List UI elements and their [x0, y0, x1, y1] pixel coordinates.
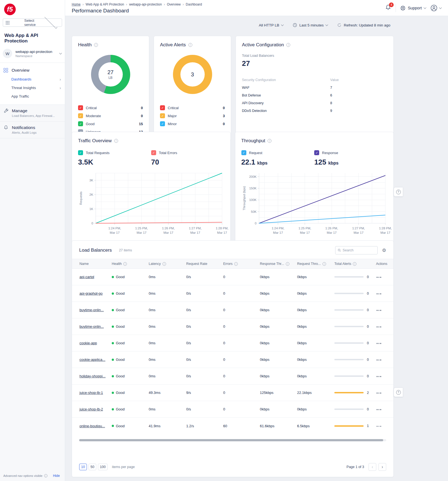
total-lb-label: Total Load Balancers	[242, 54, 387, 58]
per-page-100-button[interactable]: 100	[98, 464, 108, 470]
svg-text:200K: 200K	[249, 175, 257, 178]
page-info: Page 1 of 3	[346, 465, 364, 469]
legend-checkbox[interactable]: ✓	[160, 121, 165, 126]
support-menu[interactable]: Support	[400, 6, 426, 11]
chevron-right-icon: ›	[183, 2, 184, 6]
lb-name-link[interactable]: juice-shop-lb-2	[79, 407, 103, 411]
user-menu[interactable]	[430, 4, 441, 12]
sidebar-item-overview[interactable]: Overview	[0, 67, 65, 75]
lb-name-link[interactable]: buytime-onlin...	[79, 308, 104, 312]
refresh-button[interactable]: Refresh: Updated 8 min ago	[337, 23, 390, 27]
svg-text:1:27 PM,: 1:27 PM,	[189, 227, 202, 230]
info-icon[interactable]: i	[114, 139, 118, 143]
row-actions-button[interactable]	[376, 358, 382, 362]
lb-name-link[interactable]: holiday-shoppi...	[79, 374, 106, 378]
per-page-label: items per page	[112, 465, 135, 469]
breadcrumb: Home › Web App & API Protection › webapp…	[72, 2, 202, 6]
sidebar-item-dashboards[interactable]: Dashboards ›	[0, 75, 65, 84]
total-requests-checkbox[interactable]: ✓	[78, 150, 83, 155]
security-configuration-table: Security Configuration Value WAF7Bot Def…	[242, 76, 387, 115]
overview-section: Overview Dashboards › Threat Insights › …	[0, 63, 65, 104]
total-errors-checkbox[interactable]: ✓	[151, 150, 156, 155]
namespace-selector[interactable]: W webapp-api-protection Namespace	[0, 45, 65, 63]
breadcrumb-home[interactable]: Home	[72, 2, 81, 6]
info-icon[interactable]: i	[123, 262, 127, 266]
help-panel-button[interactable]: ?	[394, 187, 403, 197]
search-input[interactable]	[343, 248, 375, 252]
table-settings-gear-icon[interactable]: ⚙	[382, 248, 386, 253]
throughput-title: Throughput	[241, 138, 265, 144]
per-page-50-button[interactable]: 50	[89, 464, 96, 470]
request-throughput-stat: ✓ Request 22.1 kbps	[241, 150, 314, 166]
info-icon[interactable]: i	[286, 262, 289, 266]
lb-name-link[interactable]: api-cartql	[79, 275, 94, 279]
info-icon[interactable]: i	[94, 43, 98, 47]
time-range-dropdown[interactable]: Last 5 minutes	[293, 23, 328, 27]
breadcrumb-item[interactable]: Overview	[167, 2, 181, 6]
lb-name-link[interactable]: juice-shop-lb-1	[79, 391, 103, 395]
prev-page-button[interactable]: ‹	[369, 463, 376, 471]
next-page-button[interactable]: ›	[378, 463, 386, 471]
sidebar-item-threat-insights[interactable]: Threat Insights ›	[0, 84, 65, 92]
traffic-overview-card: Traffic Overview i ✓ Total Requests 3.5K	[72, 132, 231, 244]
f5-logo-icon[interactable]: f5	[4, 4, 16, 15]
legend-checkbox[interactable]: ✓	[78, 105, 83, 110]
legend-checkbox[interactable]: ✓	[78, 113, 83, 118]
lb-name-link[interactable]: cookie-app	[79, 341, 97, 345]
active-alerts-card: Active Alerts i 3 ✓Critical0✓Major3✓Mino…	[154, 36, 231, 141]
lb-selector-dropdown[interactable]: All HTTP LB	[259, 23, 283, 27]
response-throughput-cell: 0kbps	[260, 291, 297, 295]
traffic-chart: 01K2K3K1:24 PM,Mar 171:25 PM,Mar 171:26 …	[78, 170, 224, 237]
health-card: Health i 27 LB ✓Critical0✓Moderate0✓Good…	[72, 36, 149, 141]
legend-checkbox[interactable]: ✓	[160, 105, 165, 110]
scrollbar-thumb[interactable]	[79, 439, 383, 441]
breadcrumb-item[interactable]: webapp-api-protection	[129, 2, 162, 6]
info-icon[interactable]: i	[322, 262, 326, 266]
lb-name-link[interactable]: buytime-onlin...	[79, 324, 104, 329]
row-actions-button[interactable]	[376, 341, 382, 346]
select-service-dropdown[interactable]: Select service	[3, 18, 62, 27]
info-icon[interactable]: i	[268, 139, 271, 143]
row-actions-button[interactable]	[376, 374, 382, 379]
request-throughput-cell: 0kbps	[297, 324, 334, 329]
health-status: Good	[112, 275, 149, 279]
table-row: juice-shop-lb-2Good0ms0/s00kbps0kbps0	[72, 401, 393, 418]
breadcrumb-item[interactable]: Web App & API Protection	[86, 2, 124, 6]
sidebar-item-notifications[interactable]: Notifications Alerts, Audit Logs	[0, 122, 65, 138]
row-actions-button[interactable]	[376, 325, 382, 329]
help-panel-button[interactable]: ?	[394, 388, 403, 397]
hide-nav-link[interactable]: Hide	[53, 474, 60, 478]
row-actions-button[interactable]	[376, 424, 382, 429]
response-checkbox[interactable]: ✓	[314, 150, 319, 155]
row-actions-button[interactable]	[376, 391, 382, 395]
config-value: 8	[330, 101, 332, 105]
sidebar-item-manage[interactable]: Manage Load Balancers, App Firewal...	[0, 105, 65, 122]
row-actions-button[interactable]	[376, 275, 382, 280]
row-actions-button[interactable]	[376, 407, 382, 412]
info-icon[interactable]: i	[353, 262, 356, 266]
alerts-count: 1	[367, 424, 369, 428]
svg-text:Mar 17: Mar 17	[380, 231, 390, 234]
info-icon[interactable]: i	[188, 43, 192, 47]
info-icon[interactable]: i	[162, 262, 166, 266]
notifications-bell-button[interactable]: 4	[385, 4, 391, 12]
svg-text:Mar 17: Mar 17	[217, 231, 227, 234]
svg-text:100K: 100K	[249, 198, 257, 201]
breadcrumb-item[interactable]: Dashboard	[186, 2, 202, 6]
svg-text:Mar 17: Mar 17	[137, 231, 146, 234]
row-actions-button[interactable]	[376, 292, 382, 296]
legend-checkbox[interactable]: ✓	[160, 113, 165, 118]
row-actions-button[interactable]	[376, 308, 382, 313]
info-icon[interactable]: i	[234, 262, 238, 266]
lb-name-link[interactable]: cookie-applica...	[79, 358, 105, 362]
lb-name-link[interactable]: online-boutiqu...	[79, 424, 105, 428]
per-page-10-button[interactable]: 10	[79, 464, 87, 470]
latency-cell: 0ms	[149, 308, 186, 312]
legend-checkbox[interactable]: ✓	[78, 121, 83, 126]
legend-value: 0	[141, 114, 143, 118]
info-icon[interactable]: i	[286, 43, 290, 47]
request-checkbox[interactable]: ✓	[241, 150, 246, 155]
lb-name-link[interactable]: api-graphql-go	[79, 291, 103, 295]
sidebar-item-app-traffic[interactable]: App Traffic	[0, 92, 65, 101]
chevron-down-icon	[439, 6, 442, 9]
